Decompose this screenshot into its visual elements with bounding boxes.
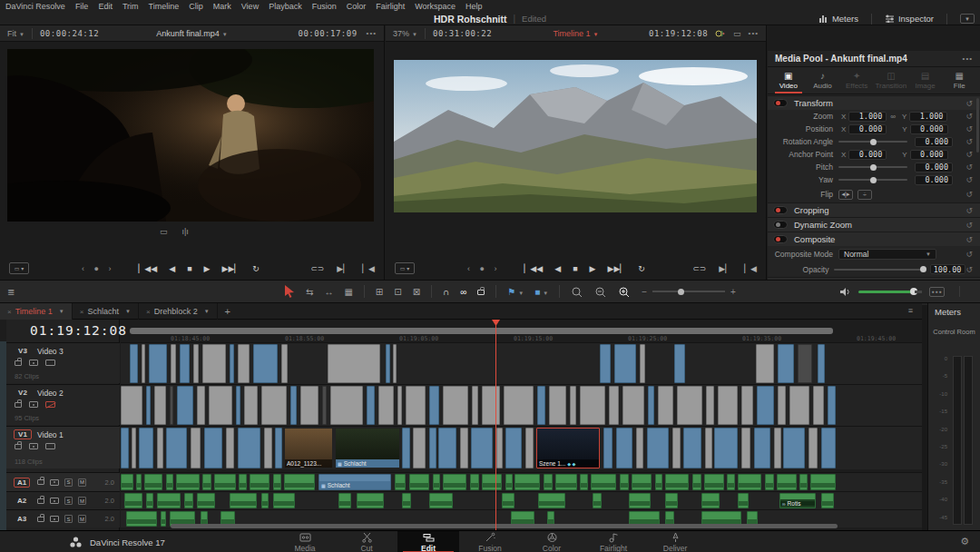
- timeline-clip[interactable]: [496, 428, 503, 468]
- timeline-clip[interactable]: [230, 493, 257, 508]
- auto-select-icon[interactable]: [50, 479, 59, 486]
- menu-fusion[interactable]: Fusion: [312, 2, 337, 11]
- lock-icon[interactable]: [37, 498, 44, 504]
- timeline-clip[interactable]: [600, 344, 611, 383]
- timeline-viewer-image[interactable]: [394, 60, 757, 212]
- timeline-clip[interactable]: [157, 428, 163, 468]
- cropping-reset-icon[interactable]: ↺: [965, 206, 973, 215]
- transform-overlay-icon[interactable]: ▭: [160, 227, 168, 236]
- flip-horizontal-button[interactable]: ◂|▸: [838, 190, 853, 200]
- track-id-badge[interactable]: V1: [14, 429, 32, 439]
- timeline-clip[interactable]: [609, 386, 619, 425]
- menu-playback[interactable]: Playback: [269, 2, 302, 11]
- timeline-clip[interactable]: [406, 386, 426, 425]
- source-viewer-image[interactable]: [7, 49, 374, 222]
- stop-button[interactable]: ■: [573, 264, 577, 273]
- timeline-clip[interactable]: [130, 344, 138, 383]
- timeline-clip[interactable]: [648, 386, 654, 425]
- timeline-clip[interactable]: [777, 474, 797, 490]
- linked-selection-icon[interactable]: ∞: [460, 287, 466, 297]
- insert-clip-icon[interactable]: ⊞: [376, 287, 383, 297]
- track-id-badge[interactable]: V2: [14, 388, 32, 398]
- timeline-clip[interactable]: [264, 428, 272, 468]
- menu-clip[interactable]: Clip: [189, 2, 203, 11]
- timeline-clip[interactable]: [647, 428, 669, 468]
- timeline-clip[interactable]: [142, 344, 145, 383]
- timeline-clip[interactable]: [655, 474, 662, 490]
- position-reset-icon[interactable]: ↺: [965, 124, 973, 133]
- timeline-clip[interactable]: [778, 386, 786, 425]
- timeline-clip[interactable]: [482, 386, 500, 425]
- composite-reset-icon[interactable]: ↺: [965, 235, 973, 244]
- add-timeline-button[interactable]: +: [218, 303, 238, 320]
- blade-edit-mode-icon[interactable]: ▦: [344, 287, 352, 297]
- menu-trim[interactable]: Trim: [122, 2, 139, 11]
- link-xy-icon[interactable]: ∞: [890, 113, 896, 121]
- timeline-clip[interactable]: [538, 493, 565, 508]
- timeline-clip[interactable]: ▦Schlacht: [335, 428, 400, 468]
- inspector-more-icon[interactable]: •••: [963, 54, 973, 63]
- timeline-clip[interactable]: ▦Schlacht: [318, 474, 391, 490]
- timeline-clip[interactable]: [393, 344, 397, 383]
- timeline-clip[interactable]: [236, 386, 240, 425]
- timeline-clip[interactable]: [191, 428, 201, 468]
- timeline-clip[interactable]: [677, 386, 702, 425]
- track-lane-a1[interactable]: ▦Schlacht: [121, 472, 922, 491]
- timeline-clip[interactable]: [701, 493, 720, 508]
- timeline-clip[interactable]: [136, 474, 142, 490]
- lock-icon[interactable]: [15, 402, 22, 408]
- auto-select-icon[interactable]: [50, 516, 59, 522]
- timeline-gang-dropdown[interactable]: ▭ ▾: [395, 262, 415, 274]
- timeline-clip[interactable]: [438, 428, 456, 468]
- timeline-clip[interactable]: [704, 474, 724, 490]
- position-y-field[interactable]: 0.000: [910, 124, 948, 134]
- timeline-clip[interactable]: [810, 474, 836, 490]
- menu-color[interactable]: Color: [347, 2, 367, 11]
- opacity-field[interactable]: 100.00: [930, 264, 966, 274]
- track-header-v2[interactable]: V2Video 295 Clips: [6, 384, 120, 425]
- meters-panel-button[interactable]: Meters: [818, 14, 858, 24]
- source-jog-control[interactable]: ‹ ● ›: [82, 264, 114, 273]
- source-options-icon[interactable]: •••: [367, 29, 377, 37]
- menu-edit[interactable]: Edit: [98, 2, 113, 11]
- solo-button[interactable]: S: [64, 515, 73, 523]
- timeline-clip[interactable]: [603, 428, 612, 468]
- timeline-clip[interactable]: [126, 511, 157, 527]
- dynamic-trim-mode-icon[interactable]: ↔: [324, 287, 333, 297]
- timeline-clip[interactable]: [171, 344, 176, 383]
- timeline-clip[interactable]: [672, 428, 681, 468]
- timeline-clip[interactable]: [778, 344, 794, 383]
- close-tab-icon[interactable]: ×: [80, 308, 84, 316]
- timeline-clip[interactable]: A012_1123...: [284, 428, 333, 468]
- timeline-clip[interactable]: [593, 493, 602, 508]
- timeline-clip[interactable]: [330, 386, 363, 425]
- pitch-reset-icon[interactable]: ↺: [965, 163, 973, 172]
- timeline-clip[interactable]: [580, 474, 588, 490]
- timeline-clip[interactable]: [209, 386, 232, 425]
- timeline-clip[interactable]: [537, 386, 545, 425]
- zoom-y-field[interactable]: 1.000: [909, 112, 947, 122]
- timeline-clip[interactable]: [149, 344, 167, 383]
- menu-fairlight[interactable]: Fairlight: [376, 2, 405, 11]
- track-header-a1[interactable]: A1SM2.0: [6, 472, 120, 491]
- menu-timeline[interactable]: Timeline: [149, 2, 180, 11]
- timeline-tab-schlacht[interactable]: ×Schlacht▼: [73, 303, 139, 320]
- composite-mode-reset-icon[interactable]: ↺: [965, 250, 973, 259]
- timeline-clip[interactable]: [505, 474, 513, 490]
- mute-button[interactable]: M: [78, 515, 86, 523]
- lock-icon[interactable]: [37, 479, 44, 485]
- timeline-clip[interactable]: [570, 386, 576, 425]
- workspace-layout-dropdown[interactable]: ▾: [960, 14, 975, 24]
- volume-slider[interactable]: [858, 291, 922, 293]
- timeline-list-icon[interactable]: ≡: [908, 306, 913, 315]
- source-gang-dropdown[interactable]: ▭ ▾: [9, 262, 29, 274]
- track-enable-icon[interactable]: [45, 360, 55, 366]
- dynamic-zoom-toggle[interactable]: [773, 221, 788, 229]
- timeline-clip[interactable]: [683, 428, 701, 468]
- play-reverse-button[interactable]: ◀: [554, 264, 561, 273]
- timeline-clip[interactable]: [429, 493, 453, 508]
- rotation-field[interactable]: 0.000: [915, 137, 953, 147]
- marker-icon[interactable]: ■▼: [534, 287, 548, 297]
- timeline-clip[interactable]: [273, 493, 295, 508]
- timeline-clip[interactable]: [139, 428, 153, 468]
